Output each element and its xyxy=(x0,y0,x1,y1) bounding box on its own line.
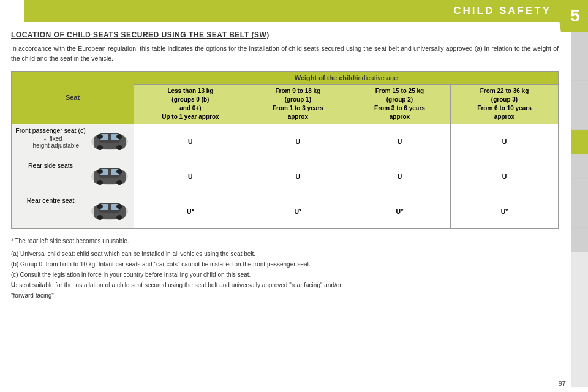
sidebar-tab-8[interactable] xyxy=(571,203,588,228)
page-number: 97 xyxy=(559,380,566,387)
svg-point-7 xyxy=(97,134,103,139)
seat-cell-2: Rear centre seat xyxy=(12,194,134,228)
svg-point-23 xyxy=(97,215,103,220)
col-header-2: From 15 to 25 kg(group 2)From 3 to 6 yea… xyxy=(349,84,450,124)
value-cell-r0-c1: U xyxy=(247,124,349,159)
footnote-4: (c) Consult the legislation in force in … xyxy=(11,270,559,280)
table-body: Front passenger seat (c) - fixed - heigh… xyxy=(12,124,559,228)
chapter-number: 5 xyxy=(570,6,580,26)
header-title: CHILD SAFETY xyxy=(453,5,551,17)
seat-cell-0: Front passenger seat (c) - fixed - heigh… xyxy=(12,124,134,159)
u-label: U: xyxy=(11,282,18,288)
svg-point-6 xyxy=(116,145,123,150)
seat-cell-1: Rear side seats xyxy=(12,159,134,194)
value-cell-r1-c1: U xyxy=(247,159,349,194)
value-cell-r2-c3: U* xyxy=(451,194,559,228)
intro-text: In accordance with the European regulati… xyxy=(11,44,559,64)
footer-notes: * The rear left side seat becomes unusab… xyxy=(11,236,559,301)
value-cell-r1-c0: U xyxy=(134,159,247,194)
table-row: Front passenger seat (c) - fixed - heigh… xyxy=(12,124,559,159)
footnote-6: "forward facing". xyxy=(11,291,559,301)
section-title: LOCATION OF CHILD SEATS SECURED USING TH… xyxy=(11,31,559,39)
table-row: Rear centre seatU*U*U*U* xyxy=(12,194,559,228)
seat-column-header: Seat xyxy=(12,71,134,124)
svg-point-25 xyxy=(97,204,103,209)
col-header-3: From 22 to 36 kg(group 3)From 6 to 10 ye… xyxy=(451,84,559,124)
footnote-5: U: seat suitable for the installation of… xyxy=(11,281,559,290)
weight-header-text: Weight of the child/indicative age xyxy=(295,74,398,81)
sidebar-tab-4[interactable] xyxy=(571,105,588,130)
sidebar-tab-7[interactable] xyxy=(571,179,588,203)
svg-point-26 xyxy=(116,204,123,209)
car-icon xyxy=(89,162,130,191)
col-header-0: Less than 13 kg(groups 0 (b)and 0+)Up to… xyxy=(134,84,247,124)
col-header-1: From 9 to 18 kg(group 1)From 1 to 3 year… xyxy=(247,84,349,124)
value-cell-r1-c2: U xyxy=(349,159,450,194)
footnote-0: * The rear left side seat becomes unusab… xyxy=(11,236,559,246)
table-row: Rear side seatsUUUU xyxy=(12,159,559,194)
value-cell-r1-c3: U xyxy=(451,159,559,194)
svg-point-15 xyxy=(116,180,123,185)
value-cell-r0-c2: U xyxy=(349,124,450,159)
table-header-main-row: Seat Weight of the child/indicative age xyxy=(12,71,559,84)
svg-point-5 xyxy=(97,145,103,150)
child-seats-table: Seat Weight of the child/indicative age … xyxy=(11,71,559,229)
main-content: LOCATION OF CHILD SEATS SECURED USING TH… xyxy=(0,22,570,310)
sidebar-tab-1[interactable] xyxy=(571,32,588,56)
sidebar-tab-5-active[interactable] xyxy=(571,130,588,154)
sidebar-tab-6[interactable] xyxy=(571,154,588,179)
sidebar-tab-3[interactable] xyxy=(571,81,588,105)
footnote-3: (b) Group 0: from birth to 10 kg. Infant… xyxy=(11,260,559,270)
svg-point-17 xyxy=(116,169,123,174)
value-cell-r0-c0: U xyxy=(134,124,247,159)
car-icon xyxy=(89,127,130,156)
svg-point-8 xyxy=(116,134,123,139)
value-cell-r2-c1: U* xyxy=(247,194,349,228)
sidebar-tab-9[interactable] xyxy=(571,228,588,252)
value-cell-r0-c3: U xyxy=(451,124,559,159)
svg-point-14 xyxy=(97,180,103,185)
value-cell-r2-c0: U* xyxy=(134,194,247,228)
header-bar: CHILD SAFETY xyxy=(24,0,588,22)
sidebar-tab-2[interactable] xyxy=(571,56,588,81)
car-icon xyxy=(89,197,130,226)
footnote-2: (a) Universal child seat: child seat whi… xyxy=(11,249,559,259)
weight-header: Weight of the child/indicative age xyxy=(134,71,559,84)
sidebar xyxy=(571,32,588,387)
value-cell-r2-c2: U* xyxy=(349,194,450,228)
svg-point-16 xyxy=(97,169,103,174)
svg-point-24 xyxy=(116,215,123,220)
